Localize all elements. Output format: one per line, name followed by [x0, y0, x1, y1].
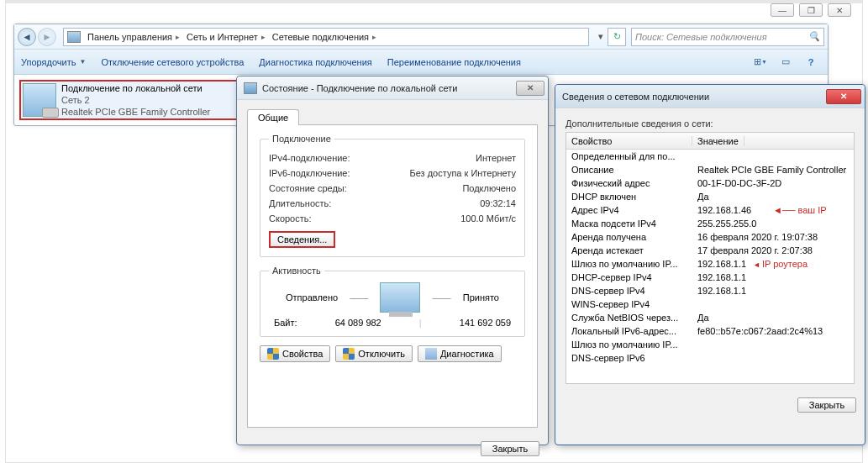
table-row[interactable]: Служба NetBIOS через...Да [566, 311, 854, 324]
prop-value: Realtek PCIe GBE Family Controller [692, 165, 854, 175]
prop-key: Шлюз по умолчанию IP... [566, 339, 692, 350]
close-button[interactable]: Закрыть [481, 441, 539, 456]
address-bar[interactable]: Панель управления▸ Сеть и Интернет▸ Сете… [63, 28, 589, 46]
col-value[interactable]: Значение [692, 136, 744, 146]
media-label: Состояние среды: [269, 183, 347, 193]
col-property[interactable]: Свойство [566, 136, 692, 146]
properties-button[interactable]: Свойства [260, 345, 330, 362]
prop-value: 17 февраля 2020 г. 2:07:38 [692, 245, 854, 255]
status-dialog: Состояние - Подключение по локальной сет… [236, 76, 549, 445]
toolbar: Упорядочить▼ Отключение сетевого устройс… [14, 50, 828, 75]
preview-pane-icon[interactable]: ▭ [776, 54, 796, 71]
search-placeholder: Поиск: Сетевые подключения [635, 32, 767, 42]
network-icon [67, 31, 81, 43]
connection-group: Подключение IPv4-подключение:Интернет IP… [260, 134, 525, 257]
disable-button[interactable]: Отключить [335, 345, 413, 362]
breadcrumb[interactable]: Сеть и Интернет▸ [183, 29, 269, 45]
dialog-title: Сведения о сетевом подключении [562, 92, 826, 102]
diagnose-button[interactable]: Диагностика подключения [259, 57, 371, 67]
sent-label: Отправлено [286, 292, 338, 303]
connection-item[interactable]: Подключение по локальной сети Сеть 2 Rea… [19, 80, 249, 120]
search-icon: 🔍 [808, 31, 820, 42]
rename-button[interactable]: Переименование подключения [387, 57, 521, 67]
prop-value: 192.168.1.1IP роутера [692, 259, 854, 269]
activity-monitor-icon [380, 282, 420, 313]
disable-device-button[interactable]: Отключение сетевого устройства [101, 57, 244, 67]
media-value: Подключено [462, 183, 516, 193]
prop-key: Маска подсети IPv4 [566, 218, 692, 229]
table-row[interactable]: Шлюз по умолчанию IP...192.168.1.1IP роу… [566, 257, 854, 271]
table-row[interactable]: DHCP включенДа [566, 190, 854, 203]
network-adapter-icon [23, 83, 56, 117]
prop-value: 192.168.1.1 [692, 286, 854, 296]
breadcrumb[interactable]: Панель управления▸ [84, 29, 183, 45]
table-row[interactable]: Аренда истекает17 февраля 2020 г. 2:07:3… [566, 244, 854, 257]
table-row[interactable]: Физический адрес00-1F-D0-DC-3F-2D [566, 176, 854, 190]
prop-key: Физический адрес [566, 178, 692, 188]
search-input[interactable]: Поиск: Сетевые подключения 🔍 [631, 28, 824, 46]
back-button[interactable]: ◄ [18, 28, 36, 46]
prop-key: Шлюз по умолчанию IP... [566, 259, 692, 269]
maximize-button[interactable]: ❐ [799, 3, 823, 17]
ipv4-value: Интернет [476, 153, 516, 163]
close-icon[interactable]: ✕ [516, 81, 544, 96]
details-table: Свойство Значение Определенный для по...… [566, 132, 855, 384]
table-row[interactable]: DNS-сервер IPv6 [566, 351, 854, 365]
close-button[interactable]: ✕ [828, 3, 851, 17]
table-row[interactable]: Маска подсети IPv4255.255.255.0 [566, 217, 854, 230]
ipv6-label: IPv6-подключение: [269, 168, 350, 178]
diagnose-button[interactable]: Диагностика [418, 345, 502, 362]
group-label: Активность [269, 266, 324, 276]
duration-value: 09:32:14 [480, 198, 516, 208]
dialog-title: Состояние - Подключение по локальной сет… [262, 83, 516, 93]
connection-network: Сеть 2 [61, 94, 210, 106]
minimize-button[interactable]: — [771, 3, 794, 17]
duration-label: Длительность: [269, 198, 331, 208]
table-row[interactable]: Аренда получена16 февраля 2020 г. 19:07:… [566, 230, 854, 244]
section-label: Дополнительные сведения о сети: [566, 118, 855, 129]
prop-value: Да [692, 313, 854, 323]
table-row[interactable]: Локальный IPv6-адрес...fe80::b57e:c067:2… [566, 324, 854, 338]
speed-value: 100.0 Мбит/с [460, 213, 516, 224]
table-row[interactable]: DNS-сервер IPv4192.168.1.1 [566, 284, 854, 297]
view-icon[interactable]: ⊞▼ [750, 54, 771, 71]
speed-label: Скорость: [269, 213, 312, 224]
help-icon[interactable]: ? [801, 54, 821, 71]
table-row[interactable]: ОписаниеRealtek PCIe GBE Family Controll… [566, 163, 854, 176]
dialog-icon [244, 82, 257, 94]
prop-key: DNS-сервер IPv6 [566, 353, 692, 363]
annotation: IP роутера [753, 259, 808, 269]
refresh-button[interactable]: ↻ [608, 28, 626, 46]
prop-key: Служба NetBIOS через... [566, 313, 692, 323]
prop-key: WINS-сервер IPv4 [566, 299, 692, 309]
table-row[interactable]: DHCP-сервер IPv4192.168.1.1 [566, 271, 854, 284]
prop-key: DHCP-сервер IPv4 [566, 272, 692, 282]
breadcrumb[interactable]: Сетевые подключения▸ [269, 29, 380, 45]
table-row[interactable]: Определенный для по... [566, 150, 854, 163]
prop-value: Да [692, 192, 854, 202]
prop-value: 255.255.255.0 [692, 218, 854, 229]
table-row[interactable]: Адрес IPv4192.168.1.46◄── ваш IP [566, 203, 854, 217]
details-button[interactable]: Сведения... [269, 231, 335, 248]
recv-bytes: 141 692 059 [460, 318, 511, 328]
prop-key: Описание [566, 165, 692, 175]
close-icon[interactable]: ✕ [826, 89, 861, 104]
ipv4-label: IPv4-подключение: [269, 153, 350, 163]
table-row[interactable]: WINS-сервер IPv4 [566, 297, 854, 311]
prop-value: 192.168.1.1 [692, 272, 854, 282]
close-button[interactable]: Закрыть [797, 397, 856, 413]
connection-adapter: Realtek PCIe GBE Family Controller [61, 106, 210, 118]
prop-key: DNS-сервер IPv4 [566, 286, 692, 296]
addr-dropdown[interactable]: ▾ [594, 31, 608, 42]
activity-group: Активность Отправлено —— —— Принято Байт… [260, 266, 525, 337]
table-row[interactable]: Шлюз по умолчанию IP... [566, 338, 854, 351]
forward-button[interactable]: ► [38, 28, 56, 46]
details-dialog: Сведения о сетевом подключении ✕ Дополни… [555, 84, 865, 445]
ipv6-value: Без доступа к Интернету [409, 168, 516, 178]
annotation: ◄── ваш IP [773, 205, 827, 215]
shield-icon [343, 348, 355, 360]
tab-general[interactable]: Общие [247, 109, 299, 125]
prop-value: 192.168.1.46◄── ваш IP [692, 205, 854, 215]
prop-value: fe80::b57e:c067:2aad:2c4%13 [692, 326, 854, 336]
organize-menu[interactable]: Упорядочить▼ [21, 57, 86, 67]
